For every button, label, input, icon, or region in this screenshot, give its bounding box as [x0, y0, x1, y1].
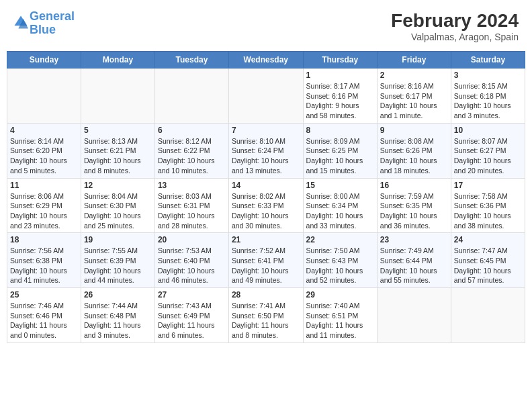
date-number: 19	[84, 235, 152, 244]
cell-info: Sunset: 6:29 PM	[10, 201, 78, 211]
cell-info: Sunrise: 8:16 AM	[380, 81, 448, 91]
calendar-cell	[377, 288, 451, 343]
cell-info: Sunrise: 7:40 AM	[306, 301, 374, 311]
cell-info: and 25 minutes.	[84, 221, 152, 231]
date-number: 3	[454, 71, 522, 80]
cell-info: Sunrise: 8:17 AM	[306, 81, 374, 91]
cell-info: and 0 minutes.	[10, 330, 78, 340]
calendar-cell: 11Sunrise: 8:06 AMSunset: 6:29 PMDayligh…	[7, 178, 81, 233]
cell-info: and 18 minutes.	[380, 166, 448, 176]
cell-info: Daylight: 10 hours	[306, 211, 374, 221]
calendar-cell: 20Sunrise: 7:53 AMSunset: 6:40 PMDayligh…	[154, 233, 228, 288]
date-number: 11	[10, 181, 78, 190]
date-number: 21	[232, 235, 300, 244]
date-number: 27	[158, 290, 226, 300]
cell-info: Daylight: 10 hours	[454, 211, 522, 221]
calendar-cell	[7, 68, 81, 124]
date-number: 5	[84, 126, 152, 135]
cell-info: Sunset: 6:26 PM	[380, 146, 448, 156]
cell-info: Sunset: 6:45 PM	[454, 256, 522, 266]
cell-info: Sunrise: 8:09 AM	[306, 136, 374, 146]
cell-info: Sunrise: 8:04 AM	[84, 191, 152, 201]
calendar-cell: 22Sunrise: 7:50 AMSunset: 6:43 PMDayligh…	[303, 233, 377, 288]
day-header-wednesday: Wednesday	[228, 52, 303, 68]
cell-info: Sunset: 6:40 PM	[158, 256, 226, 266]
cell-info: Sunrise: 8:08 AM	[380, 136, 448, 146]
cell-info: Daylight: 10 hours	[306, 266, 374, 276]
cell-info: Sunrise: 7:58 AM	[454, 191, 522, 201]
cell-info: and 8 minutes.	[232, 330, 300, 340]
cell-info: Sunrise: 7:52 AM	[232, 246, 300, 256]
date-number: 2	[380, 71, 448, 80]
calendar-cell: 4Sunrise: 8:14 AMSunset: 6:20 PMDaylight…	[7, 123, 81, 178]
cell-info: Sunrise: 7:49 AM	[380, 246, 448, 256]
week-row-1: 4Sunrise: 8:14 AMSunset: 6:20 PMDaylight…	[7, 123, 525, 178]
cell-info: Sunset: 6:18 PM	[454, 91, 522, 101]
logo: General Blue	[13, 10, 75, 37]
cell-info: Sunset: 6:41 PM	[232, 256, 300, 266]
cell-info: and 3 minutes.	[454, 111, 522, 121]
cell-info: Sunrise: 8:00 AM	[306, 191, 374, 201]
cell-info: and 41 minutes.	[10, 275, 78, 285]
cell-info: Sunset: 6:49 PM	[158, 311, 226, 321]
date-number: 23	[380, 235, 448, 244]
calendar-cell: 24Sunrise: 7:47 AMSunset: 6:45 PMDayligh…	[451, 233, 525, 288]
cell-info: and 28 minutes.	[158, 221, 226, 231]
cell-info: Sunrise: 8:12 AM	[158, 136, 226, 146]
cell-info: Daylight: 10 hours	[232, 156, 300, 166]
cell-info: Daylight: 11 hours	[10, 320, 78, 330]
page-header: General Blue February 2024 Valpalmas, Ar…	[7, 7, 525, 46]
cell-info: and 8 minutes.	[84, 166, 152, 176]
cell-info: Daylight: 10 hours	[232, 266, 300, 276]
date-number: 14	[232, 181, 300, 190]
calendar-cell: 5Sunrise: 8:13 AMSunset: 6:21 PMDaylight…	[81, 123, 154, 178]
date-number: 18	[10, 235, 78, 244]
calendar-cell: 6Sunrise: 8:12 AMSunset: 6:22 PMDaylight…	[154, 123, 228, 178]
date-number: 24	[454, 235, 522, 244]
cell-info: Daylight: 11 hours	[306, 320, 374, 330]
week-row-3: 18Sunrise: 7:56 AMSunset: 6:38 PMDayligh…	[7, 233, 525, 288]
calendar-cell	[154, 68, 228, 124]
cell-info: and 3 minutes.	[84, 330, 152, 340]
cell-info: Daylight: 10 hours	[10, 211, 78, 221]
cell-info: and 33 minutes.	[306, 221, 374, 231]
cell-info: and 55 minutes.	[380, 275, 448, 285]
cell-info: Sunrise: 7:44 AM	[84, 301, 152, 311]
cell-info: Daylight: 10 hours	[10, 156, 78, 166]
day-header-saturday: Saturday	[451, 52, 525, 68]
cell-info: Sunset: 6:51 PM	[306, 311, 374, 321]
cell-info: Daylight: 10 hours	[380, 101, 448, 111]
logo-icon	[13, 15, 28, 30]
cell-info: and 11 minutes.	[306, 330, 374, 340]
cell-info: and 10 minutes.	[158, 166, 226, 176]
date-number: 13	[158, 181, 226, 190]
cell-info: Sunset: 6:33 PM	[232, 201, 300, 211]
cell-info: Daylight: 11 hours	[158, 320, 226, 330]
cell-info: Sunrise: 8:14 AM	[10, 136, 78, 146]
calendar-table: SundayMondayTuesdayWednesdayThursdayFrid…	[7, 51, 525, 343]
cell-info: Daylight: 10 hours	[454, 101, 522, 111]
cell-info: and 30 minutes.	[232, 221, 300, 231]
date-number: 25	[10, 290, 78, 300]
cell-info: Sunrise: 8:15 AM	[454, 81, 522, 91]
title-block: February 2024 Valpalmas, Aragon, Spain	[391, 10, 519, 42]
date-number: 4	[10, 126, 78, 135]
cell-info: and 58 minutes.	[306, 111, 374, 121]
date-number: 16	[380, 181, 448, 190]
cell-info: Sunrise: 7:59 AM	[380, 191, 448, 201]
cell-info: and 5 minutes.	[10, 166, 78, 176]
cell-info: Daylight: 11 hours	[232, 320, 300, 330]
cell-info: Sunrise: 8:13 AM	[84, 136, 152, 146]
cell-info: Sunset: 6:43 PM	[306, 256, 374, 266]
cell-info: Daylight: 10 hours	[158, 156, 226, 166]
day-header-row: SundayMondayTuesdayWednesdayThursdayFrid…	[7, 52, 525, 68]
date-number: 29	[306, 290, 374, 300]
cell-info: Sunset: 6:48 PM	[84, 311, 152, 321]
cell-info: Sunrise: 8:07 AM	[454, 136, 522, 146]
date-number: 7	[232, 126, 300, 135]
cell-info: Daylight: 10 hours	[454, 156, 522, 166]
calendar-cell: 2Sunrise: 8:16 AMSunset: 6:17 PMDaylight…	[377, 68, 451, 124]
date-number: 22	[306, 235, 374, 244]
cell-info: Sunset: 6:31 PM	[158, 201, 226, 211]
calendar-cell: 1Sunrise: 8:17 AMSunset: 6:16 PMDaylight…	[303, 68, 377, 124]
